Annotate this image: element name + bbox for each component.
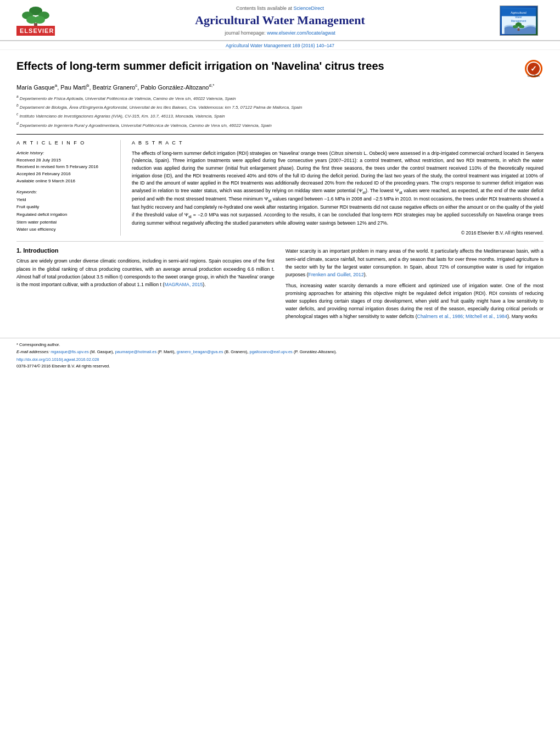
body-left-col: 1. Introduction Citrus are widely grown …	[16, 247, 275, 323]
author-2: Pau Martíb	[60, 84, 89, 91]
section-divider	[16, 241, 544, 242]
accepted-date: Accepted 26 February 2016	[16, 171, 114, 178]
svg-text:Water: Water	[515, 16, 522, 19]
keyword-5: Water use efficiency	[16, 226, 114, 233]
main-content: Effects of long-term summer deficit irri…	[0, 50, 560, 332]
svg-rect-15	[518, 28, 520, 31]
affiliation-d: d Departamento de Ingeniería Rural y Agr…	[16, 121, 544, 129]
article-info-label: A R T I C L E I N F O	[16, 140, 114, 146]
received-date: Received 28 July 2015	[16, 157, 114, 164]
email-line: E-mail addresses: mgasque@fis.upv.es (M.…	[16, 349, 544, 355]
header-center: Contents lists available at ScienceDirec…	[60, 5, 500, 35]
journal-logo-image: Agricultural Water Management	[500, 5, 538, 36]
elsevier-tree-icon	[16, 5, 55, 29]
affiliation-a: a Departamento de Física Aplicada, Unive…	[16, 94, 544, 102]
svg-text:Management: Management	[511, 19, 527, 22]
intro-para-3: Thus, increasing water scarcity demands …	[285, 282, 544, 320]
history-block: Article history: Received 28 July 2015 R…	[16, 150, 114, 185]
footer-section: * Corresponding author. E-mail addresses…	[0, 338, 560, 372]
journal-title: Agricultural Water Management	[66, 13, 494, 27]
journal-homepage-link[interactable]: www.elsevier.com/locate/agwat	[267, 30, 335, 36]
keyword-1: Yield	[16, 196, 114, 204]
journal-homepage-line: journal homepage: www.elsevier.com/locat…	[66, 30, 494, 36]
doi-link[interactable]: http://dx.doi.org/10.1016/j.agwat.2016.0…	[16, 357, 99, 362]
available-date: Available online 9 March 2016	[16, 178, 114, 185]
journal-logo-box: Agricultural Water Management	[500, 5, 549, 36]
svg-text:✓: ✓	[530, 64, 537, 73]
intro-para-2: Water scarcity is an important problem i…	[285, 247, 544, 278]
abstract-label: A B S T R A C T	[132, 140, 544, 146]
corresponding-note: * Corresponding author.	[16, 342, 544, 348]
email-granero[interactable]: granero_beagan@gva.es	[177, 349, 223, 354]
copyright-text: © 2016 Elsevier B.V. All rights reserved…	[132, 230, 544, 236]
history-label: Article history:	[16, 150, 114, 157]
journal-reference: Agricultural Water Management 169 (2016)…	[226, 43, 334, 48]
article-info-column: A R T I C L E I N F O Article history: R…	[16, 140, 121, 236]
elsevier-logo: ELSEVIER	[11, 5, 60, 36]
body-right-col: Water scarcity is an important problem i…	[285, 247, 544, 323]
affiliation-c: c Instituto Valenciano de Investigacione…	[16, 111, 544, 119]
abstract-column: A B S T R A C T The effects of long-term…	[132, 140, 544, 236]
affiliation-b: b Departament de Biologia, Àrea d'Enginy…	[16, 103, 544, 110]
article-info-bar: Agricultural Water Management 169 (2016)…	[0, 41, 560, 50]
frenken-ref-link[interactable]: Frenken and Guillet, 2012	[309, 272, 364, 277]
affiliations: a Departamento de Física Aplicada, Unive…	[16, 94, 544, 129]
footer-issn: 0378-3774/© 2016 Elsevier B.V. All right…	[16, 364, 544, 369]
keyword-2: Fruit quality	[16, 203, 114, 211]
email-gonzalez[interactable]: pgaltozano@eaf.upv.es	[249, 349, 292, 354]
magrama-ref-link[interactable]: MAGRAMA, 2015	[164, 282, 203, 287]
intro-para-1: Citrus are widely grown under diverse cl…	[16, 257, 275, 288]
sciencedirect-link[interactable]: ScienceDirect	[294, 5, 324, 11]
intro-heading: 1. Introduction	[16, 247, 275, 254]
svg-point-5	[34, 16, 45, 24]
doi-line: http://dx.doi.org/10.1016/j.agwat.2016.0…	[16, 356, 544, 362]
page: ELSEVIER Contents lists available at Sci…	[0, 0, 560, 742]
introduction-section: 1. Introduction Citrus are widely grown …	[16, 247, 544, 323]
svg-point-14	[519, 25, 524, 28]
article-title: Effects of long-term summer deficit irri…	[16, 59, 517, 73]
keywords-section: Keywords: Yield Fruit quality Regulated …	[16, 189, 114, 233]
keywords-label: Keywords:	[16, 189, 114, 194]
journal-logo-icon: Agricultural Water Management	[502, 7, 536, 35]
revised-date: Received in revised form 5 February 2016	[16, 164, 114, 171]
authors-line: María Gasquea, Pau Martíb, Beatriz Grane…	[16, 83, 544, 91]
journal-header: ELSEVIER Contents lists available at Sci…	[0, 0, 560, 41]
crossmark-badge[interactable]: ✓ CrossMark	[524, 59, 544, 79]
contents-available-text: Contents lists available at ScienceDirec…	[66, 5, 494, 11]
email-mgasque[interactable]: mgasque@fis.upv.es	[51, 349, 89, 354]
keyword-4: Stem water potential	[16, 219, 114, 226]
article-history: Article history: Received 28 July 2015 R…	[16, 150, 114, 185]
elsevier-label: ELSEVIER	[16, 26, 55, 36]
keyword-3: Regulated deficit irrigation	[16, 211, 114, 219]
svg-text:Agricultural: Agricultural	[511, 10, 527, 14]
article-title-section: Effects of long-term summer deficit irri…	[16, 59, 544, 79]
email-label: E-mail addresses:	[16, 349, 49, 354]
article-info-abstract-section: A R T I C L E I N F O Article history: R…	[16, 134, 544, 236]
author-1: María Gasquea	[16, 84, 57, 91]
chalmers-ref-link[interactable]: Chalmers et al., 1986; Mitchell et al., …	[417, 314, 507, 319]
email-pmartin[interactable]: paumarpe@hotmail.es	[115, 349, 157, 354]
abstract-text: The effects of long-term summer deficit …	[132, 150, 544, 227]
author-3: Beatriz Graneroc	[93, 84, 138, 91]
crossmark-icon: ✓ CrossMark	[524, 59, 543, 78]
svg-text:CrossMark: CrossMark	[528, 75, 540, 77]
author-4: Pablo González-Altozanod,*	[141, 84, 214, 91]
svg-point-13	[513, 25, 518, 28]
